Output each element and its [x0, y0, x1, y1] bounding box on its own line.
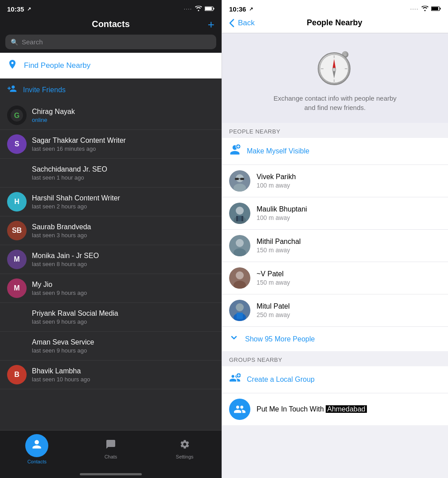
find-people-nearby-row[interactable]: Find People Nearby [0, 53, 222, 78]
left-panel: 10:35 ↗ ···· Contacts + 🔍 Search Find Pe… [0, 0, 222, 478]
avatar: SB [7, 221, 27, 240]
svg-rect-33 [238, 216, 242, 221]
avatar: B [7, 365, 27, 384]
person-icon [31, 439, 42, 452]
list-item[interactable]: G Chirag Nayak online [0, 101, 222, 130]
find-people-label: Find People Nearby [24, 61, 90, 70]
location-pin-icon [7, 59, 18, 72]
settings-nav-label: Settings [176, 454, 194, 459]
person-name: Vivek Parikh [257, 173, 441, 181]
contacts-title: Contacts [92, 19, 130, 29]
group-name: Put Me In Touch With Ahmedabad [257, 405, 441, 413]
search-icon-left: 🔍 [11, 39, 18, 46]
avatar [229, 267, 250, 289]
list-item[interactable]: B Bhavik Lambha last seen 10 hours ago [0, 360, 222, 389]
person-info: Mithil Panchal 150 m away [257, 238, 441, 254]
person-distance: 100 m away [257, 214, 441, 221]
chat-icon [105, 439, 116, 452]
svg-text:G: G [14, 112, 19, 119]
list-item[interactable]: H Harshil Shah Content Writer last seen … [0, 188, 222, 216]
list-item[interactable]: M My Jio last seen 9 hours ago [0, 274, 222, 303]
nav-contacts-bg [25, 434, 48, 457]
avatar [7, 336, 27, 356]
list-item[interactable]: Mitul Patel 250 m away [222, 294, 448, 327]
nav-contacts[interactable]: Contacts [0, 434, 74, 464]
show-more-people-row[interactable]: Show 95 More People [222, 327, 448, 351]
svg-point-18 [332, 68, 336, 71]
gear-icon [179, 439, 190, 452]
contact-status: last seen 9 hours ago [32, 290, 214, 296]
person-name: Mithil Panchal [257, 238, 441, 246]
create-local-group-row[interactable]: Create a Local Group [222, 366, 448, 393]
invite-friends-row[interactable]: Invite Friends [0, 78, 222, 101]
person-name: ~V Patel [257, 270, 441, 278]
nav-chats[interactable]: Chats [74, 439, 148, 459]
list-item[interactable]: Maulik Bhuptani 100 m away [222, 197, 448, 230]
search-bar[interactable]: 🔍 Search [5, 35, 216, 49]
svg-rect-7 [440, 8, 441, 9]
person-visible-icon [229, 144, 241, 158]
svg-rect-43 [237, 313, 243, 319]
home-indicator-left [0, 473, 222, 478]
battery-icon-right [431, 6, 441, 12]
header-left: Contacts + [0, 16, 222, 35]
contact-status: last seen 3 hours ago [32, 232, 214, 239]
contact-info: Sagar Thakkar Content Writer last seen 1… [32, 137, 214, 152]
contact-status: last seen 10 hours ago [32, 376, 214, 383]
contact-info: Sachchidanand Jr. SEO last seen 1 hour a… [32, 165, 214, 181]
contact-info: Priyank Raval Social Media last seen 9 h… [32, 310, 214, 325]
person-info: Vivek Parikh 100 m away [257, 173, 441, 189]
compass-description: Exchange contact info with people nearby… [273, 94, 397, 112]
list-item[interactable]: M Monika Jain - Jr SEO last seen 8 hours… [0, 245, 222, 274]
person-info: Maulik Bhuptani 100 m away [257, 205, 441, 221]
back-button[interactable]: Back [229, 19, 255, 27]
person-info: Mitul Patel 250 m away [257, 302, 441, 318]
avatar [229, 235, 250, 256]
signal-dots-left: ···· [184, 7, 192, 12]
person-name: Maulik Bhuptani [257, 205, 441, 213]
svg-rect-25 [235, 178, 239, 180]
battery-icon-left [205, 6, 214, 12]
make-myself-visible-row[interactable]: Make Myself Visible [222, 138, 448, 165]
list-item[interactable]: Priyank Raval Social Media last seen 9 h… [0, 303, 222, 332]
list-item[interactable]: ~V Patel 150 m away [222, 262, 448, 294]
contact-info: Bhavik Lambha last seen 10 hours ago [32, 367, 214, 383]
add-contact-button[interactable]: + [208, 19, 214, 30]
people-nearby-section-header: PEOPLE NEARBY [222, 123, 448, 138]
contact-status: last seen 8 hours ago [32, 261, 214, 267]
bottom-nav: Contacts Chats Settings [0, 430, 222, 473]
status-bar-left: 10:35 ↗ ···· [0, 0, 222, 16]
page-title-right: People Nearby [255, 18, 414, 27]
contact-name: Saurab Brandveda [32, 223, 214, 231]
list-item[interactable]: Sachchidanand Jr. SEO last seen 1 hour a… [0, 159, 222, 188]
avatar: G [7, 106, 27, 125]
people-nearby-label: PEOPLE NEARBY [229, 128, 280, 135]
person-distance: 150 m away [257, 247, 441, 254]
list-item[interactable]: Mithil Panchal 150 m away [222, 230, 448, 262]
list-item[interactable]: Aman Seva Service last seen 9 hours ago [0, 332, 222, 360]
contact-info: Harshil Shah Content Writer last seen 2 … [32, 194, 214, 210]
groups-nearby-section-header: GROUPS NEARBY [222, 351, 448, 366]
put-me-in-touch-row[interactable]: Put Me In Touch With Ahmedabad [222, 393, 448, 425]
avatar: S [7, 134, 27, 154]
contact-status: last seen 2 hours ago [32, 203, 214, 210]
person-name: Mitul Patel [257, 302, 441, 310]
svg-point-35 [236, 239, 244, 247]
contact-name: Harshil Shah Content Writer [32, 194, 214, 202]
list-item[interactable]: S Sagar Thakkar Content Writer last seen… [0, 130, 222, 159]
avatar: M [7, 278, 27, 298]
contact-name: My Jio [32, 281, 214, 289]
contact-name: Sachchidanand Jr. SEO [32, 165, 214, 173]
avatar [7, 307, 27, 327]
contact-name: Monika Jain - Jr SEO [32, 252, 214, 260]
group-info: Put Me In Touch With Ahmedabad [257, 405, 441, 413]
avatar: M [7, 250, 27, 269]
svg-rect-1 [205, 7, 212, 10]
people-list: Make Myself Visible Vivek Parikh 100 m a… [222, 138, 448, 351]
chevron-down-icon [229, 333, 239, 345]
svg-point-41 [236, 303, 244, 311]
list-item[interactable]: Vivek Parikh 100 m away [222, 165, 448, 197]
list-item[interactable]: SB Saurab Brandveda last seen 3 hours ag… [0, 216, 222, 245]
contact-name: Aman Seva Service [32, 338, 214, 346]
nav-settings[interactable]: Settings [148, 439, 222, 459]
